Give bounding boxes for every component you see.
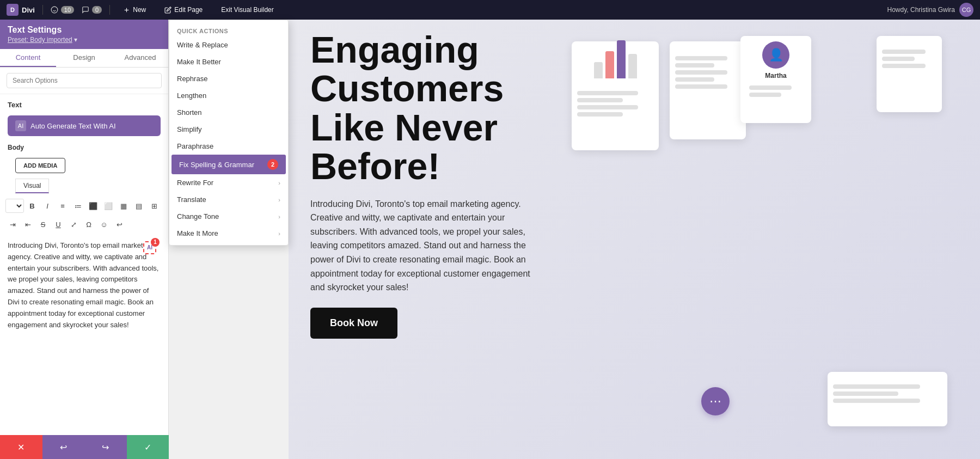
indent-btn[interactable]: ⇥ <box>5 217 20 231</box>
menu-rewrite-for[interactable]: Rewrite For › <box>169 174 288 191</box>
edit-page-label: Edit Page <box>174 6 203 14</box>
emoji-btn[interactable]: ☺ <box>97 217 111 231</box>
illustration-card-4 <box>877 36 942 112</box>
section-text-label: Text <box>0 94 168 112</box>
italic-btn[interactable]: I <box>40 199 54 213</box>
body-text: Introducing Divi, Toronto's top email ma… <box>8 241 158 329</box>
line <box>675 84 727 89</box>
expand-btn[interactable]: ⤢ <box>66 217 81 231</box>
table-btn[interactable]: ⊞ <box>147 199 161 213</box>
canvas: Engaging Customers Like Never Before! In… <box>289 20 980 459</box>
topbar: D Divi 10 0 New Edit Page Exit Visual Bu… <box>0 0 980 20</box>
menu-shorten[interactable]: Shorten <box>169 104 288 121</box>
card-lines-bottom <box>828 372 947 411</box>
undo-btn[interactable]: ↩ <box>42 435 85 459</box>
martha-avatar: 👤 <box>762 41 789 69</box>
align-left-btn[interactable]: ⬛ <box>86 199 100 213</box>
body-label: Body <box>0 139 168 154</box>
editor-body[interactable]: Introducing Divi, Toronto's top email ma… <box>0 234 168 459</box>
user-avatar[interactable]: CG <box>959 3 973 17</box>
ai-indicator: AI 1 <box>141 239 158 256</box>
comments-count: 10 <box>61 6 74 14</box>
spelling-badge: 2 <box>267 159 278 170</box>
sidebar-header: Text Settings Preset: Body imported ▾ <box>0 20 168 49</box>
menu-simplify[interactable]: Simplify <box>169 121 288 138</box>
svg-point-0 <box>51 7 58 13</box>
greeting-text: Howdy, Christina Gwira <box>887 6 955 14</box>
martha-name: Martha <box>746 72 806 79</box>
align-justify-btn[interactable]: ▤ <box>132 199 146 213</box>
menu-paraphrase[interactable]: Paraphrase <box>169 138 288 155</box>
formatting-toolbar: Paragraph B I ≡ ≔ ⬛ ⬜ ▦ ▤ ⊞ <box>0 197 168 215</box>
line <box>675 70 727 75</box>
line <box>833 384 920 389</box>
menu-change-tone[interactable]: Change Tone › <box>169 208 288 225</box>
strikethrough-btn[interactable]: S <box>36 217 50 231</box>
ul-btn[interactable]: ≡ <box>56 199 70 213</box>
fab-button[interactable]: ⋯ <box>701 387 730 415</box>
search-input[interactable] <box>7 73 162 88</box>
line <box>833 399 920 403</box>
menu-fix-spelling[interactable]: Fix Spelling & Grammar 2 <box>171 155 286 174</box>
ol-btn[interactable]: ≔ <box>71 199 85 213</box>
menu-make-better[interactable]: Make It Better <box>169 53 288 70</box>
menu-lengthen[interactable]: Lengthen <box>169 87 288 104</box>
line <box>675 77 714 82</box>
hero-text-block: Engaging Customers Like Never Before! In… <box>310 30 539 339</box>
line <box>882 57 915 61</box>
bar2 <box>605 51 614 78</box>
align-right-btn[interactable]: ▦ <box>117 199 131 213</box>
bar1 <box>594 62 603 78</box>
align-center-btn[interactable]: ⬜ <box>101 199 115 213</box>
tab-design[interactable]: Design <box>56 49 112 67</box>
sidebar: Text Settings Preset: Body imported ▾ Co… <box>0 20 169 459</box>
outdent-btn[interactable]: ⇤ <box>21 217 35 231</box>
illustration-card-bottom <box>828 372 947 426</box>
topbar-messages[interactable]: 0 <box>82 6 102 14</box>
line <box>577 91 638 95</box>
sidebar-tabs: Content Design Advanced <box>0 49 168 68</box>
new-btn[interactable]: New <box>118 4 151 15</box>
special-char-btn[interactable]: Ω <box>82 217 96 231</box>
add-media-btn[interactable]: ADD MEDIA <box>15 158 65 173</box>
chevron-right-icon: › <box>278 180 280 186</box>
exit-btn[interactable]: Exit Visual Builder <box>216 4 279 15</box>
edit-page-btn[interactable]: Edit Page <box>159 4 208 15</box>
topbar-comments[interactable]: 10 <box>51 6 74 14</box>
ai-generate-btn[interactable]: AI Auto Generate Text With AI <box>8 115 161 136</box>
tab-advanced[interactable]: Advanced <box>112 49 168 67</box>
menu-make-more[interactable]: Make It More › <box>169 225 288 242</box>
messages-count: 0 <box>92 6 102 14</box>
illustrations: 👤 Martha <box>539 30 958 448</box>
bold-btn[interactable]: B <box>25 199 39 213</box>
card-lines-1 <box>572 83 659 125</box>
card-lines-2 <box>670 41 746 97</box>
line <box>882 50 926 54</box>
confirm-btn[interactable]: ✓ <box>127 435 169 459</box>
bar3 <box>617 40 626 78</box>
line <box>833 391 898 396</box>
tab-content[interactable]: Content <box>0 49 56 67</box>
divi-logo: D <box>7 4 19 16</box>
chevron-right-icon: › <box>278 213 280 220</box>
menu-translate[interactable]: Translate › <box>169 191 288 208</box>
undo-editor-btn[interactable]: ↩ <box>112 217 126 231</box>
visual-tab[interactable]: Visual <box>15 179 49 193</box>
cancel-btn[interactable]: ✕ <box>0 435 42 459</box>
exit-label: Exit Visual Builder <box>221 6 274 14</box>
sep2 <box>109 5 110 15</box>
menu-write-replace[interactable]: Write & Replace <box>169 36 288 53</box>
sidebar-preset[interactable]: Preset: Body imported ▾ <box>8 36 161 44</box>
bar4 <box>628 54 637 78</box>
chevron-right-icon: › <box>278 197 280 203</box>
line <box>577 105 638 109</box>
paragraph-select[interactable]: Paragraph <box>5 199 24 213</box>
book-now-btn[interactable]: Book Now <box>310 308 397 339</box>
line <box>882 64 926 68</box>
underline-btn[interactable]: U <box>51 217 65 231</box>
menu-rephrase[interactable]: Rephrase <box>169 70 288 87</box>
martha-lines <box>746 79 806 103</box>
line <box>675 56 727 60</box>
formatting-toolbar-2: ⇥ ⇤ S U ⤢ Ω ☺ ↩ <box>0 215 168 234</box>
redo-btn[interactable]: ↪ <box>84 435 127 459</box>
